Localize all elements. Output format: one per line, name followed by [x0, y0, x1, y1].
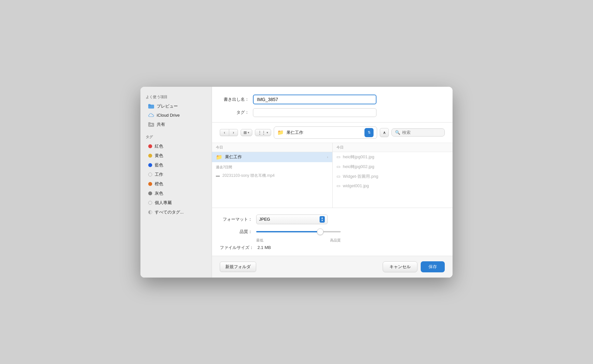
file-item-heic001[interactable]: ▭ heic轉jpg001.jpg — [333, 152, 453, 162]
updown-arrows-icon: ⇅ — [368, 130, 371, 135]
quality-labels-inner: 最低 高品質 — [256, 238, 341, 243]
quality-labels: 最低 高品質 — [220, 238, 445, 243]
file-item-widget001[interactable]: ▭ widget001.jpg — [333, 181, 453, 190]
format-arrows-icon: ▲ ▼ — [320, 216, 325, 223]
file-item-heic002[interactable]: ▭ heic轉jpg002.jpg — [333, 162, 453, 172]
location-chevrons: ⇅ — [364, 128, 374, 137]
chevron-right-icon: › — [327, 155, 328, 159]
filename-input[interactable] — [253, 95, 376, 104]
svg-rect-2 — [148, 104, 151, 105]
tag-label-work: 工作 — [155, 172, 163, 177]
expand-button[interactable]: ∧ — [380, 128, 389, 137]
save-button[interactable]: 保存 — [421, 261, 445, 272]
tags-title: タグ — [140, 129, 212, 141]
cancel-label: キャンセル — [389, 264, 411, 269]
tag-label-yellow: 黄色 — [155, 153, 163, 159]
quality-slider[interactable] — [256, 231, 341, 232]
quality-max-label: 高品質 — [330, 238, 341, 243]
forward-button[interactable]: › — [229, 129, 238, 136]
quality-label: 品質： — [220, 229, 252, 235]
cloud-icon — [148, 113, 154, 118]
gray-dot-icon — [148, 191, 152, 195]
file-item-kaninwork[interactable]: 📁 果仁工作 › — [212, 152, 332, 162]
filename-row: 書き出し名： — [220, 95, 445, 104]
location-arrows-button[interactable]: ⇅ — [364, 128, 374, 137]
footer: 新規フォルダ キャンセル 保存 — [212, 256, 453, 278]
svg-point-5 — [151, 124, 152, 125]
filesize-label: ファイルサイズ： — [220, 245, 254, 251]
svg-rect-4 — [148, 122, 151, 124]
svg-point-7 — [152, 124, 153, 126]
quality-row: 品質： — [220, 229, 445, 235]
grid-chevron-icon: ▾ — [267, 131, 268, 134]
sidebar-item-icloud-drive[interactable]: iCloud Drive — [143, 111, 209, 120]
tag-label-all: すべてのタグ... — [155, 209, 184, 215]
tag-label: タグ： — [220, 110, 249, 115]
column-view-button[interactable]: ⊞ ▾ — [241, 129, 252, 136]
file-name-heic002: heic轉jpg002.jpg — [343, 164, 449, 170]
sidebar-item-tag-gray[interactable]: 灰色 — [143, 189, 209, 198]
blue-dot-icon — [148, 163, 152, 167]
format-label: フォーマット： — [220, 216, 252, 222]
sidebar-label-icloud: iCloud Drive — [157, 113, 180, 118]
sidebar-item-shared[interactable]: 共有 — [143, 120, 209, 129]
export-options: フォーマット： JPEG ▲ ▼ 品質： 最低 高品質 — [212, 208, 453, 256]
orange-dot-icon — [148, 182, 152, 186]
tag-label-gray: 灰色 — [155, 190, 163, 196]
favorites-title: よく使う項目 — [140, 95, 212, 101]
folder-icon: 📁 — [216, 154, 222, 160]
sidebar-item-tag-red[interactable]: 紅色 — [143, 142, 209, 151]
toolbar-row: ‹ › ⊞ ▾ ⋮⋮ ▾ 📁 果仁工作 ⇅ ∧ — [212, 123, 453, 143]
sidebar-item-tag-personal[interactable]: 個人專屬 — [143, 198, 209, 207]
back-button[interactable]: ‹ — [220, 129, 229, 136]
search-input[interactable] — [402, 130, 441, 135]
file-item-widget-png[interactable]: ▭ Widget-首圖用.png — [333, 172, 453, 181]
tag-row: タグ： — [220, 108, 445, 117]
tag-label-orange: 橙色 — [155, 181, 163, 187]
tag-input[interactable] — [253, 108, 376, 117]
new-folder-button[interactable]: 新規フォルダ — [220, 262, 256, 272]
sidebar-label-preview: プレビュー — [157, 103, 178, 109]
quality-min-label: 最低 — [256, 238, 263, 243]
save-label: 保存 — [428, 264, 437, 269]
new-folder-label: 新規フォルダ — [225, 264, 251, 269]
file-name-widget001: widget001.jpg — [343, 183, 449, 188]
shared-folder-icon — [148, 122, 154, 127]
right-file-column: 今日 ▭ heic轉jpg001.jpg ▭ heic轉jpg002.jpg ▭… — [333, 143, 453, 208]
sidebar-item-tag-work[interactable]: 工作 — [143, 170, 209, 179]
grid-view-button[interactable]: ⋮⋮ ▾ — [255, 129, 271, 136]
sidebar: よく使う項目 プレビュー iCloud Drive — [140, 87, 212, 278]
folder-blue-icon — [148, 104, 154, 109]
view-chevron-icon: ▾ — [248, 131, 249, 134]
filesize-row: ファイルサイズ： 2.1 MB — [220, 245, 445, 251]
left-file-column: 今日 📁 果仁工作 › 過去7日間 ▬ 20231103-sony 聯名耳機.m… — [212, 143, 333, 208]
format-select[interactable]: JPEG ▲ ▼ — [256, 214, 328, 224]
file-item-sony[interactable]: ▬ 20231103-sony 聯名耳機.mp4 — [212, 171, 332, 180]
sidebar-item-preview[interactable]: プレビュー — [143, 102, 209, 111]
sidebar-label-shared: 共有 — [157, 122, 165, 127]
footer-right: キャンセル 保存 — [383, 261, 445, 272]
tag-label-personal: 個人專屬 — [155, 200, 172, 206]
personal-circle-icon — [148, 201, 152, 205]
video-icon: ▬ — [216, 173, 220, 178]
filename-label: 書き出し名： — [220, 97, 249, 102]
cancel-button[interactable]: キャンセル — [383, 261, 417, 272]
sidebar-item-tag-orange[interactable]: 橙色 — [143, 179, 209, 188]
right-column-header: 今日 — [333, 143, 453, 152]
sidebar-item-tag-all[interactable]: すべてのタグ... — [143, 208, 209, 217]
yellow-dot-icon — [148, 154, 152, 158]
left-column-header: 今日 — [212, 143, 332, 152]
image-icon-4: ▭ — [336, 183, 340, 188]
save-dialog: よく使う項目 プレビュー iCloud Drive — [140, 87, 453, 278]
sidebar-item-tag-blue[interactable]: 藍色 — [143, 161, 209, 170]
top-section: 書き出し名： タグ： — [212, 87, 453, 123]
main-panel: 書き出し名： タグ： ‹ › ⊞ ▾ ⋮⋮ ▾ 📁 — [212, 87, 453, 278]
all-tags-icon — [148, 210, 152, 214]
tag-label-red: 紅色 — [155, 143, 163, 149]
past-section-label: 過去7日間 — [212, 162, 332, 171]
sidebar-item-tag-yellow[interactable]: 黄色 — [143, 151, 209, 160]
location-text: 果仁工作 — [286, 130, 362, 136]
tag-label-blue: 藍色 — [155, 162, 163, 168]
search-icon: 🔍 — [395, 130, 400, 135]
filesize-value: 2.1 MB — [257, 245, 271, 250]
